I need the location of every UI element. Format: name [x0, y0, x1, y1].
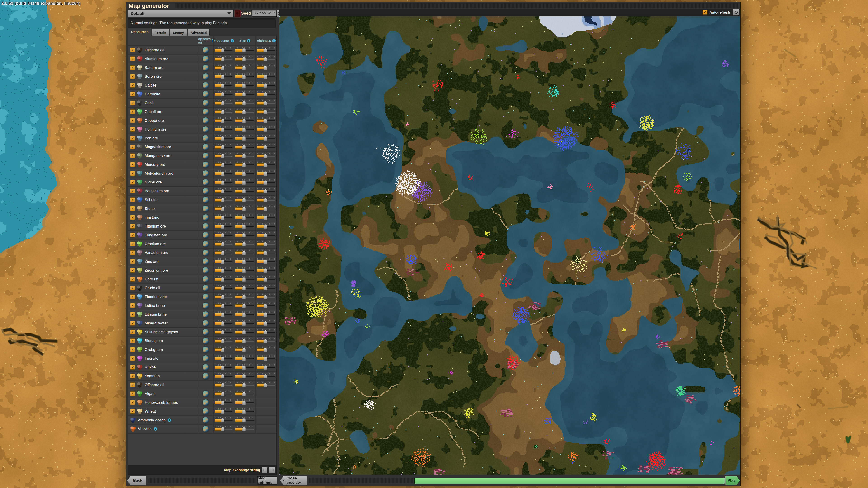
size-slider[interactable] — [235, 82, 254, 88]
richness-slider[interactable] — [257, 47, 276, 53]
frequency-slider[interactable] — [215, 320, 233, 326]
size-slider[interactable] — [235, 391, 254, 397]
close-preview-button[interactable]: × Close preview — [280, 477, 307, 485]
resource-enabled-checkbox[interactable]: ✓ — [130, 171, 135, 176]
info-icon[interactable]: i — [154, 427, 157, 431]
size-slider[interactable] — [235, 426, 254, 432]
frequency-slider[interactable] — [215, 153, 233, 159]
resource-enabled-checkbox[interactable]: ✓ — [130, 259, 135, 264]
resource-enabled-checkbox[interactable]: ✓ — [130, 330, 135, 334]
size-slider[interactable] — [235, 179, 254, 185]
frequency-slider[interactable] — [215, 197, 233, 203]
frequency-slider[interactable] — [215, 302, 233, 308]
size-slider[interactable] — [235, 258, 254, 265]
size-slider[interactable] — [235, 91, 254, 97]
size-slider[interactable] — [235, 170, 254, 176]
size-slider[interactable] — [235, 56, 254, 62]
richness-slider[interactable] — [257, 276, 276, 282]
size-slider[interactable] — [235, 294, 254, 300]
size-slider[interactable] — [235, 232, 254, 238]
mod-settings-button[interactable]: Mod settings — [257, 477, 277, 485]
resource-enabled-checkbox[interactable]: ✓ — [130, 215, 135, 220]
info-icon[interactable]: i — [212, 39, 213, 42]
resource-enabled-checkbox[interactable]: ✓ — [130, 197, 135, 202]
resource-enabled-checkbox[interactable]: ✓ — [130, 136, 135, 140]
size-slider[interactable] — [235, 135, 254, 141]
size-slider[interactable] — [235, 399, 254, 405]
richness-slider[interactable] — [257, 347, 276, 353]
richness-slider[interactable] — [257, 65, 276, 71]
resource-enabled-checkbox[interactable]: ✓ — [130, 409, 135, 414]
richness-slider[interactable] — [257, 329, 276, 335]
resource-enabled-checkbox[interactable]: ✓ — [130, 224, 135, 229]
size-slider[interactable] — [235, 408, 254, 414]
resource-enabled-checkbox[interactable]: ✓ — [130, 48, 135, 53]
size-slider[interactable] — [235, 118, 254, 124]
seed-input[interactable] — [252, 10, 278, 17]
resource-enabled-checkbox[interactable]: ✓ — [130, 383, 135, 387]
tab-advanced[interactable]: Advanced — [188, 29, 210, 36]
size-slider[interactable] — [235, 215, 254, 221]
size-slider[interactable] — [235, 197, 254, 203]
resource-enabled-checkbox[interactable]: ✓ — [130, 127, 135, 132]
bottom-drag-handle[interactable] — [309, 478, 413, 483]
frequency-slider[interactable] — [215, 338, 233, 344]
back-button[interactable]: Back — [127, 477, 146, 485]
frequency-slider[interactable] — [215, 109, 233, 115]
frequency-slider[interactable] — [215, 241, 233, 247]
size-slider[interactable] — [235, 144, 254, 150]
resource-enabled-checkbox[interactable]: ✓ — [130, 144, 135, 149]
frequency-slider[interactable] — [215, 267, 233, 273]
frequency-slider[interactable] — [215, 100, 233, 106]
frequency-slider[interactable] — [215, 347, 233, 353]
frequency-slider[interactable] — [215, 135, 233, 141]
frequency-slider[interactable] — [215, 373, 233, 379]
richness-slider[interactable] — [257, 364, 276, 370]
size-slider[interactable] — [235, 250, 254, 256]
frequency-slider[interactable] — [215, 294, 233, 300]
size-slider[interactable] — [235, 205, 254, 212]
frequency-slider[interactable] — [215, 355, 233, 361]
resource-enabled-checkbox[interactable]: ✓ — [130, 101, 135, 105]
frequency-slider[interactable] — [215, 188, 233, 194]
richness-slider[interactable] — [257, 232, 276, 238]
richness-slider[interactable] — [257, 170, 276, 176]
resource-enabled-checkbox[interactable]: ✓ — [130, 268, 135, 273]
richness-slider[interactable] — [257, 302, 276, 308]
resource-enabled-checkbox[interactable]: ✓ — [130, 391, 135, 396]
richness-slider[interactable] — [257, 320, 276, 326]
auto-refresh-checkbox[interactable]: ✓ — [703, 10, 707, 15]
size-slider[interactable] — [235, 109, 254, 115]
frequency-slider[interactable] — [215, 311, 233, 318]
frequency-slider[interactable] — [215, 382, 233, 388]
size-slider[interactable] — [235, 73, 254, 79]
preset-warning-button[interactable] — [235, 10, 240, 17]
size-slider[interactable] — [235, 276, 254, 282]
size-slider[interactable] — [235, 223, 254, 229]
resource-enabled-checkbox[interactable]: ✓ — [130, 338, 135, 343]
richness-slider[interactable] — [257, 135, 276, 141]
size-slider[interactable] — [235, 153, 254, 159]
frequency-slider[interactable] — [215, 285, 233, 291]
richness-slider[interactable] — [257, 126, 276, 132]
resource-enabled-checkbox[interactable]: ✓ — [130, 277, 135, 282]
bottom-drag-handle[interactable] — [148, 478, 256, 483]
resource-enabled-checkbox[interactable]: ✓ — [130, 374, 135, 379]
frequency-slider[interactable] — [215, 126, 233, 132]
frequency-slider[interactable] — [215, 250, 233, 256]
richness-slider[interactable] — [257, 311, 276, 318]
size-slider[interactable] — [235, 100, 254, 106]
size-slider[interactable] — [235, 285, 254, 291]
size-slider[interactable] — [235, 373, 254, 379]
richness-slider[interactable] — [257, 109, 276, 115]
frequency-slider[interactable] — [215, 73, 233, 79]
richness-slider[interactable] — [257, 197, 276, 203]
size-slider[interactable] — [235, 126, 254, 132]
resource-enabled-checkbox[interactable]: ✓ — [130, 233, 135, 237]
richness-slider[interactable] — [257, 188, 276, 194]
resource-enabled-checkbox[interactable]: ✓ — [130, 153, 135, 158]
richness-slider[interactable] — [257, 294, 276, 300]
frequency-slider[interactable] — [215, 391, 233, 397]
resource-enabled-checkbox[interactable]: ✓ — [130, 74, 135, 79]
play-button[interactable]: Play — [725, 477, 740, 485]
